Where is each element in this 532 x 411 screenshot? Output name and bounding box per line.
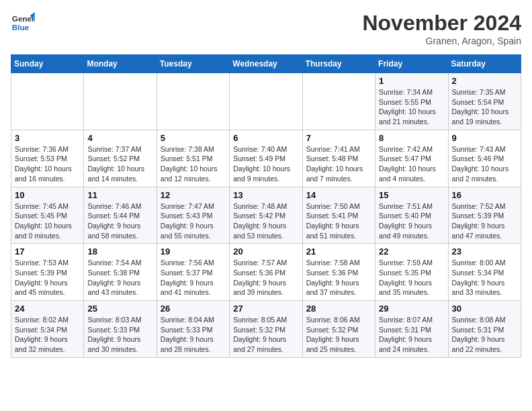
day-number: 22: [379, 246, 444, 257]
day-number: 6: [233, 133, 298, 143]
day-info: Sunrise: 7:51 AM Sunset: 5:40 PM Dayligh…: [379, 201, 444, 241]
calendar-cell: 30Sunrise: 8:08 AM Sunset: 5:31 PM Dayli…: [448, 301, 521, 358]
day-number: 15: [379, 190, 444, 200]
day-info: Sunrise: 8:06 AM Sunset: 5:32 PM Dayligh…: [306, 315, 371, 355]
weekday-header-saturday: Saturday: [448, 55, 521, 73]
calendar-week-1: 3Sunrise: 7:36 AM Sunset: 5:53 PM Daylig…: [11, 130, 521, 187]
day-number: 20: [233, 246, 298, 257]
day-number: 5: [161, 133, 226, 143]
day-info: Sunrise: 7:59 AM Sunset: 5:35 PM Dayligh…: [379, 258, 444, 298]
calendar-cell: 3Sunrise: 7:36 AM Sunset: 5:53 PM Daylig…: [11, 130, 84, 187]
calendar-week-2: 10Sunrise: 7:45 AM Sunset: 5:45 PM Dayli…: [11, 187, 521, 244]
calendar-cell: 20Sunrise: 7:57 AM Sunset: 5:36 PM Dayli…: [230, 244, 302, 301]
calendar-cell: 16Sunrise: 7:52 AM Sunset: 5:39 PM Dayli…: [448, 187, 521, 244]
calendar-cell: 5Sunrise: 7:38 AM Sunset: 5:51 PM Daylig…: [157, 130, 229, 187]
day-info: Sunrise: 7:57 AM Sunset: 5:36 PM Dayligh…: [233, 258, 298, 298]
day-info: Sunrise: 8:05 AM Sunset: 5:32 PM Dayligh…: [233, 315, 298, 355]
day-number: 10: [15, 190, 80, 200]
day-info: Sunrise: 7:52 AM Sunset: 5:39 PM Dayligh…: [452, 201, 517, 241]
calendar-cell: 24Sunrise: 8:02 AM Sunset: 5:34 PM Dayli…: [11, 301, 84, 358]
title-block: November 2024 Granen, Aragon, Spain: [362, 11, 521, 46]
day-info: Sunrise: 7:38 AM Sunset: 5:51 PM Dayligh…: [161, 144, 226, 184]
day-info: Sunrise: 7:40 AM Sunset: 5:49 PM Dayligh…: [233, 144, 298, 184]
calendar-cell: 13Sunrise: 7:48 AM Sunset: 5:42 PM Dayli…: [230, 187, 302, 244]
day-info: Sunrise: 7:34 AM Sunset: 5:55 PM Dayligh…: [379, 87, 444, 127]
calendar-week-3: 17Sunrise: 7:53 AM Sunset: 5:39 PM Dayli…: [11, 244, 521, 301]
calendar-cell: 10Sunrise: 7:45 AM Sunset: 5:45 PM Dayli…: [11, 187, 84, 244]
calendar-cell: [302, 73, 375, 130]
day-number: 9: [452, 133, 517, 143]
calendar-table: SundayMondayTuesdayWednesdayThursdayFrid…: [11, 54, 521, 358]
logo: General Blue: [11, 11, 35, 35]
calendar-cell: 23Sunrise: 8:00 AM Sunset: 5:34 PM Dayli…: [448, 244, 521, 301]
day-info: Sunrise: 8:02 AM Sunset: 5:34 PM Dayligh…: [15, 315, 80, 355]
day-number: 8: [379, 133, 444, 143]
day-info: Sunrise: 7:43 AM Sunset: 5:46 PM Dayligh…: [452, 144, 517, 184]
day-info: Sunrise: 7:58 AM Sunset: 5:36 PM Dayligh…: [306, 258, 371, 298]
weekday-header-sunday: Sunday: [11, 55, 84, 73]
day-number: 23: [452, 246, 517, 257]
day-info: Sunrise: 7:45 AM Sunset: 5:45 PM Dayligh…: [15, 201, 80, 241]
calendar-cell: 11Sunrise: 7:46 AM Sunset: 5:44 PM Dayli…: [84, 187, 157, 244]
day-number: 4: [87, 133, 152, 143]
day-info: Sunrise: 7:54 AM Sunset: 5:38 PM Dayligh…: [87, 258, 152, 298]
weekday-header-wednesday: Wednesday: [230, 55, 302, 73]
day-info: Sunrise: 8:04 AM Sunset: 5:33 PM Dayligh…: [161, 315, 226, 355]
calendar-cell: 2Sunrise: 7:35 AM Sunset: 5:54 PM Daylig…: [448, 73, 521, 130]
day-number: 19: [161, 246, 226, 257]
calendar-cell: 22Sunrise: 7:59 AM Sunset: 5:35 PM Dayli…: [375, 244, 448, 301]
weekday-header-row: SundayMondayTuesdayWednesdayThursdayFrid…: [11, 55, 521, 73]
calendar-cell: 7Sunrise: 7:41 AM Sunset: 5:48 PM Daylig…: [302, 130, 375, 187]
calendar-cell: 25Sunrise: 8:03 AM Sunset: 5:33 PM Dayli…: [84, 301, 157, 358]
calendar-week-4: 24Sunrise: 8:02 AM Sunset: 5:34 PM Dayli…: [11, 301, 521, 358]
weekday-header-thursday: Thursday: [302, 55, 375, 73]
day-number: 17: [15, 246, 80, 257]
calendar-cell: 15Sunrise: 7:51 AM Sunset: 5:40 PM Dayli…: [375, 187, 448, 244]
day-info: Sunrise: 7:46 AM Sunset: 5:44 PM Dayligh…: [87, 201, 152, 241]
calendar-cell: 26Sunrise: 8:04 AM Sunset: 5:33 PM Dayli…: [157, 301, 229, 358]
calendar-cell: 6Sunrise: 7:40 AM Sunset: 5:49 PM Daylig…: [230, 130, 302, 187]
day-number: 11: [87, 190, 152, 200]
calendar-cell: 12Sunrise: 7:47 AM Sunset: 5:43 PM Dayli…: [157, 187, 229, 244]
day-number: 1: [379, 76, 444, 86]
page-header: General Blue November 2024 Granen, Arago…: [11, 11, 521, 46]
day-number: 2: [452, 76, 517, 86]
day-number: 13: [233, 190, 298, 200]
calendar-cell: 18Sunrise: 7:54 AM Sunset: 5:38 PM Dayli…: [84, 244, 157, 301]
day-number: 3: [15, 133, 80, 143]
calendar-cell: 4Sunrise: 7:37 AM Sunset: 5:52 PM Daylig…: [84, 130, 157, 187]
svg-text:Blue: Blue: [12, 23, 30, 32]
day-info: Sunrise: 7:35 AM Sunset: 5:54 PM Dayligh…: [452, 87, 517, 127]
day-number: 28: [306, 304, 371, 314]
month-title: November 2024: [362, 11, 521, 36]
day-info: Sunrise: 7:37 AM Sunset: 5:52 PM Dayligh…: [87, 144, 152, 184]
calendar-cell: 8Sunrise: 7:42 AM Sunset: 5:47 PM Daylig…: [375, 130, 448, 187]
calendar-cell: [11, 73, 84, 130]
day-info: Sunrise: 7:41 AM Sunset: 5:48 PM Dayligh…: [306, 144, 371, 184]
day-number: 7: [306, 133, 371, 143]
day-number: 25: [87, 304, 152, 314]
calendar-cell: 29Sunrise: 8:07 AM Sunset: 5:31 PM Dayli…: [375, 301, 448, 358]
day-number: 21: [306, 246, 371, 257]
day-info: Sunrise: 8:07 AM Sunset: 5:31 PM Dayligh…: [379, 315, 444, 355]
day-info: Sunrise: 8:00 AM Sunset: 5:34 PM Dayligh…: [452, 258, 517, 298]
calendar-cell: [230, 73, 302, 130]
day-info: Sunrise: 8:08 AM Sunset: 5:31 PM Dayligh…: [452, 315, 517, 355]
day-number: 12: [161, 190, 226, 200]
calendar-week-0: 1Sunrise: 7:34 AM Sunset: 5:55 PM Daylig…: [11, 73, 521, 130]
day-number: 29: [379, 304, 444, 314]
day-info: Sunrise: 8:03 AM Sunset: 5:33 PM Dayligh…: [87, 315, 152, 355]
weekday-header-friday: Friday: [375, 55, 448, 73]
calendar-cell: 21Sunrise: 7:58 AM Sunset: 5:36 PM Dayli…: [302, 244, 375, 301]
calendar-cell: 14Sunrise: 7:50 AM Sunset: 5:41 PM Dayli…: [302, 187, 375, 244]
weekday-header-monday: Monday: [84, 55, 157, 73]
calendar-header: SundayMondayTuesdayWednesdayThursdayFrid…: [11, 55, 521, 73]
calendar-cell: [157, 73, 229, 130]
calendar-cell: 19Sunrise: 7:56 AM Sunset: 5:37 PM Dayli…: [157, 244, 229, 301]
day-info: Sunrise: 7:47 AM Sunset: 5:43 PM Dayligh…: [161, 201, 226, 241]
calendar-body: 1Sunrise: 7:34 AM Sunset: 5:55 PM Daylig…: [11, 73, 521, 358]
day-number: 30: [452, 304, 517, 314]
day-info: Sunrise: 7:42 AM Sunset: 5:47 PM Dayligh…: [379, 144, 444, 184]
calendar-cell: 1Sunrise: 7:34 AM Sunset: 5:55 PM Daylig…: [375, 73, 448, 130]
day-number: 16: [452, 190, 517, 200]
